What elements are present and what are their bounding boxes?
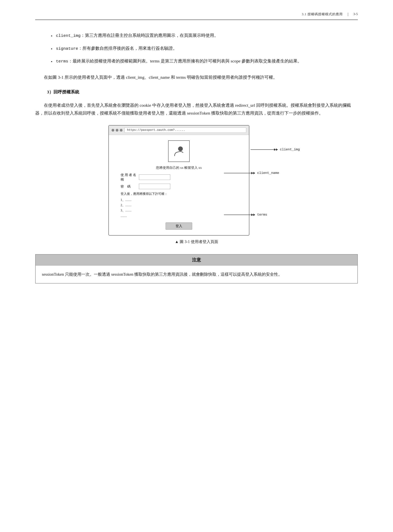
- person-icon: [173, 145, 185, 157]
- list-item: • client_img：第三方應用在註冊主控台系統時設置的應用圖示，在頁面展示…: [51, 32, 358, 40]
- arrowhead-client-img: [274, 149, 276, 151]
- header-page: 3-5: [353, 12, 358, 16]
- perm-item-2: 2、……: [121, 203, 167, 208]
- bullet-text-2: signature：所有參數自然排序後的簽名，用來進行簽名驗證。: [56, 45, 358, 52]
- annotation-label-client-img: client_img: [280, 148, 300, 151]
- browser-mockup: https://passport.oauth.com?...... 您將使用自己…: [108, 125, 249, 236]
- browser-toolbar: https://passport.oauth.com?......: [109, 125, 249, 135]
- page-header: 3.1 授權碼授權模式的應用 ｜ 3-5: [35, 12, 358, 20]
- term-signature: signature: [56, 46, 78, 51]
- list-item: • terms：最終展示給授權使用者的授權範圍列表。terms 是第三方應用所擁…: [51, 57, 358, 66]
- arrow-line-client-name: [224, 173, 251, 173]
- section-heading: 3）回呼授權系統: [47, 88, 358, 96]
- browser-dots: [112, 129, 123, 132]
- perm-intro: 登入後，應用將獲得以下許可權：: [121, 192, 167, 196]
- bullet-dot: •: [51, 58, 52, 66]
- bullet-list: • client_img：第三方應用在註冊主控台系統時設置的應用圖示，在頁面展示…: [51, 32, 358, 66]
- password-label: 密 碼: [121, 184, 136, 189]
- note-body: sessionToken 只能使用一次。一般透過 sessionToken 獲取…: [36, 265, 357, 283]
- browser-url: https://passport.oauth.com?......: [124, 128, 246, 133]
- paragraph-1: 在如圖 3-1 所示的使用者登入頁面中，透過 client_img、client…: [35, 73, 358, 81]
- header-separator: ｜: [346, 12, 350, 16]
- browser-dot-3: [120, 129, 123, 132]
- annotation-terms: terms: [224, 213, 267, 217]
- svg-point-0: [178, 146, 183, 151]
- arrowhead-client-img-right: [276, 149, 278, 151]
- perm-item-1: 1、……: [121, 197, 167, 203]
- login-description: 您將使用自己的 xx 帳號登入 xx: [156, 165, 202, 170]
- page: 3.1 授權碼授權模式的應用 ｜ 3-5 • client_img：第三方應用在…: [0, 0, 393, 532]
- bullet-dot: •: [51, 32, 52, 40]
- arrowhead-client-name: [251, 172, 253, 174]
- term-terms: terms: [56, 59, 68, 64]
- note-box: 注意 sessionToken 只能使用一次。一般透過 sessionToken…: [35, 254, 358, 283]
- diagram-container: https://passport.oauth.com?...... 您將使用自己…: [108, 125, 285, 236]
- arrowhead-terms: [251, 214, 253, 216]
- perm-item-3: 3、……: [121, 208, 167, 213]
- password-row: 密 碼: [121, 184, 170, 189]
- arrow-line-terms: [224, 215, 251, 215]
- bullet-dot: •: [51, 45, 52, 53]
- client-img-box: [168, 140, 190, 162]
- header-section: 3.1 授權碼授權模式的應用: [302, 12, 343, 16]
- paragraph-2: 在使用者成功登入後，首先登入系統會在瀏覽器的 cookie 中存入使用者登入態，…: [35, 101, 358, 117]
- list-item: • signature：所有參數自然排序後的簽名，用來進行簽名驗證。: [51, 45, 358, 53]
- annotation-label-client-name: client_name: [257, 171, 279, 175]
- perm-item-4: ……: [121, 213, 167, 219]
- login-desc-text: 您將使用自己的 xx 帳號登入 xx: [156, 166, 202, 169]
- bullet-text-3: terms：最終展示給授權使用者的授權範圍列表。terms 是第三方應用所擁有的…: [56, 57, 358, 65]
- note-header: 注意: [36, 254, 357, 265]
- username-label: 使用者名稱: [121, 173, 136, 182]
- password-input[interactable]: [139, 184, 170, 189]
- annotation-client-img: client_img: [251, 148, 300, 151]
- login-button[interactable]: 登入: [166, 222, 192, 230]
- arrowhead-client-name-right: [253, 172, 255, 174]
- username-row: 使用者名稱: [121, 173, 170, 182]
- bullet-text-1: client_img：第三方應用在註冊主控台系統時設置的應用圖示，在頁面展示時使…: [56, 32, 358, 40]
- browser-dot-1: [112, 129, 114, 132]
- figure-caption: ▲ 圖 3-1 使用者登入頁面: [35, 239, 358, 244]
- browser-dot-2: [116, 129, 118, 132]
- arrow-line-client-img: [251, 149, 274, 150]
- term-client-img: client_img: [56, 34, 81, 38]
- username-input[interactable]: [139, 174, 170, 180]
- annotation-label-terms: terms: [257, 213, 267, 217]
- login-fields: 使用者名稱 密 碼: [121, 173, 170, 189]
- permissions-section: 登入後，應用將獲得以下許可權： 1、…… 2、…… 3、…… ……: [121, 192, 167, 219]
- arrowhead-terms-right: [253, 214, 255, 216]
- annotation-client-name: client_name: [224, 171, 279, 175]
- browser-content: 您將使用自己的 xx 帳號登入 xx 使用者名稱 密 碼: [109, 135, 249, 235]
